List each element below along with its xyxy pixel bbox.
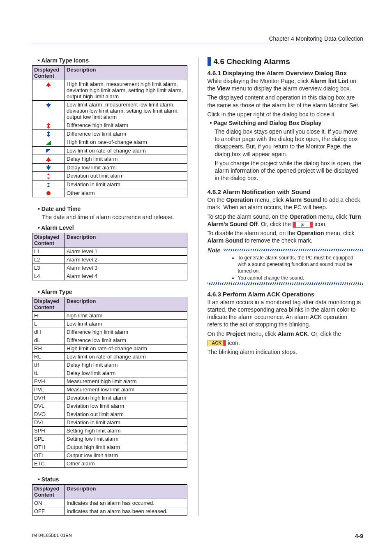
td: Alarm level 1 [65, 247, 187, 255]
th: Description [65, 66, 187, 80]
note-divider-icon [208, 282, 363, 285]
text: The blinking alarm indication stops. [208, 348, 363, 356]
text: If an alarm occurs in a monitored tag af… [208, 298, 363, 328]
heading-page-switching: Page Switching and Dialog Box Display [210, 120, 363, 126]
text: The dialog box stays open until you clos… [215, 128, 363, 158]
note-item: You cannot change the sound. [238, 275, 363, 282]
doc-id: IM 04L65B01-01EN [32, 533, 72, 539]
td: Other alarm [65, 459, 187, 467]
td: Measurement low limit alarm [65, 385, 187, 393]
heading-date-time: Date and Time [38, 206, 187, 212]
section-4-6-2: 4.6.2 Alarm Notification with Sound [208, 188, 363, 195]
note-list: To generate alarm sounds, the PC must be… [221, 255, 363, 281]
td: Deviation in limit alarm [65, 418, 187, 426]
table-status: Displayed Content Description ONIndicate… [32, 484, 187, 516]
dev-out-icon [45, 173, 52, 179]
chapter-header: Chapter 4 Monitoring Data Collection [32, 35, 363, 43]
td: Delay high limit alarm [65, 155, 187, 164]
left-column: Alarm Type Icons Displayed Content Descr… [32, 57, 187, 516]
td: PVH [32, 377, 65, 385]
td: dL [32, 336, 65, 344]
section-4-6-3: 4.6.3 Perform Alarm ACK Operations [208, 291, 363, 298]
section-4-6-1: 4.6.1 Displaying the Alarm Overview Dial… [208, 69, 363, 76]
text: The displayed content and operation in t… [208, 94, 363, 109]
td: Low limit on rate-of-change alarm [65, 352, 187, 361]
td: ON [32, 499, 65, 507]
td: dH [32, 328, 65, 336]
td: Output low limit alarm [65, 451, 187, 459]
td: tH [32, 361, 65, 369]
td: DVO [32, 410, 65, 418]
heading-alarm-level: Alarm Level [38, 224, 187, 231]
td: Low limit on rate-of-change alarm [65, 146, 187, 155]
td: Alarm level 2 [65, 255, 187, 264]
td: Alarm level 4 [65, 272, 187, 280]
td: Alarm level 3 [65, 264, 187, 272]
heading-alarm-type: Alarm Type [38, 289, 187, 295]
th: Displayed Content [32, 297, 65, 311]
text: While displaying the Monitor Page, click… [208, 77, 363, 92]
delay-high-icon [45, 157, 52, 162]
section-4-6: 4.6 Checking Alarms [208, 57, 363, 66]
low-limit-icon [45, 102, 52, 108]
diff-high-icon [45, 123, 52, 129]
text: If you change the project while the dial… [215, 160, 363, 182]
td: RH [32, 344, 65, 352]
td: Delay low limit alarm [65, 163, 187, 172]
td: Indicates that an alarm has been release… [65, 507, 187, 515]
diff-low-icon [45, 131, 52, 137]
text: Click in the upper right of the dialog b… [208, 111, 363, 118]
text: To disable the alarm sound, on the Opera… [208, 229, 363, 244]
td: DVI [32, 418, 65, 426]
table-alarm-type-icons: Displayed Content Description High limit… [32, 65, 187, 197]
td: tL [32, 369, 65, 377]
td: Output high limit alarm [65, 443, 187, 451]
td: Difference high limit alarm [65, 121, 187, 130]
td: high limit alarm [65, 311, 187, 319]
text: ACK icon. [208, 339, 363, 347]
td: Difference low limit alarm [65, 336, 187, 344]
td: Indicates that an alarm has occurred. [65, 499, 187, 507]
td: OTH [32, 443, 65, 451]
text: On the Project menu, click Alarm ACK. Or… [208, 330, 363, 338]
td: Difference low limit alarm [65, 130, 187, 138]
th: Description [65, 484, 187, 499]
note-item: To generate alarm sounds, the PC must be… [238, 255, 363, 274]
page-footer: IM 04L65B01-01EN 4-9 [32, 531, 363, 539]
td: DVH [32, 393, 65, 402]
text: To stop the alarm sound, on the Operatio… [208, 213, 363, 228]
heading-status: Status [38, 476, 187, 483]
td: Deviation in limit alarm [65, 180, 187, 189]
td: Deviation low limit alarm [65, 402, 187, 410]
td: Measurement high limit alarm [65, 377, 187, 385]
td: L2 [32, 255, 65, 264]
th: Description [65, 297, 187, 311]
th: Displayed Content [32, 484, 65, 499]
th: Displayed Content [32, 233, 65, 247]
td: DVL [32, 402, 65, 410]
td: L1 [32, 247, 65, 255]
td: Other alarm [65, 189, 187, 197]
td: RL [32, 352, 65, 361]
td: High limit on rate-of-change alarm [65, 138, 187, 147]
td: L3 [32, 264, 65, 272]
td: L [32, 319, 65, 328]
right-column: 4.6 Checking Alarms 4.6.1 Displaying the… [198, 57, 363, 516]
heading-alarm-type-icons: Alarm Type Icons [38, 57, 187, 64]
td: SPL [32, 435, 65, 443]
other-alarm-icon [45, 190, 52, 196]
td: Setting low limit alarm [65, 435, 187, 443]
dev-in-icon [45, 182, 52, 188]
page-number: 4-9 [355, 533, 363, 539]
note-label: Note [208, 247, 220, 254]
td: Setting high limit alarm [65, 426, 187, 435]
high-limit-icon [45, 82, 52, 88]
table-alarm-level: Displayed Content Description L1Alarm le… [32, 233, 187, 280]
delay-low-icon [45, 165, 52, 171]
td: Delay high limit alarm [65, 361, 187, 369]
td: PVL [32, 385, 65, 393]
td: L4 [32, 272, 65, 280]
text: On the Operation menu, click Alarm Sound… [208, 196, 363, 211]
roc-high-icon [45, 140, 52, 146]
td: Deviation high limit alarm [65, 393, 187, 402]
